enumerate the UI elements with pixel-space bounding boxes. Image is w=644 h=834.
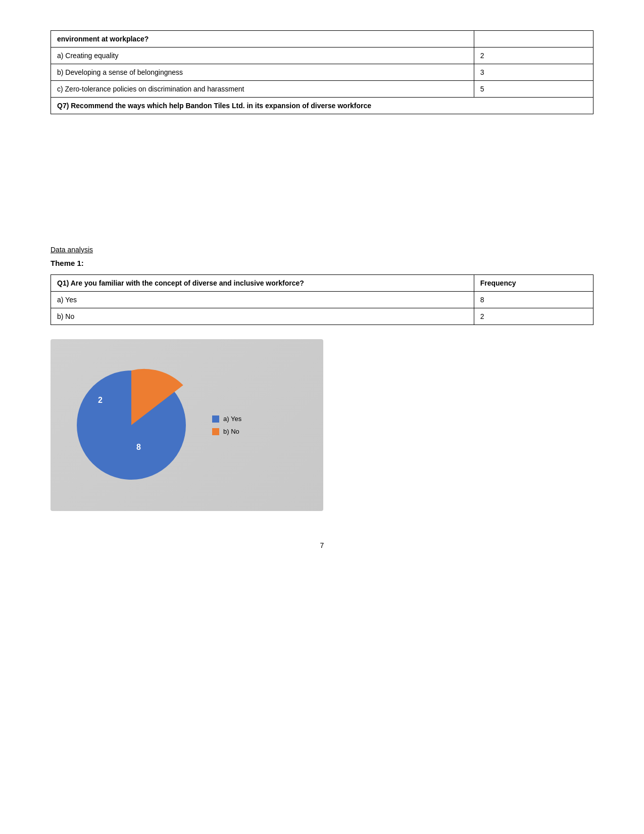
q1-header-freq: Frequency	[474, 275, 593, 292]
theme-label: Theme 1:	[51, 259, 593, 267]
q1-no-freq: 2	[474, 308, 593, 325]
q1-row-yes: a) Yes 8	[51, 292, 593, 308]
freq-cell: 2	[474, 48, 593, 64]
data-analysis-section: Data analysis Theme 1: Q1) Are you famil…	[51, 246, 593, 511]
top-table: environment at workplace? a) Creating eq…	[51, 30, 593, 114]
pie-label-yes: 8	[136, 443, 141, 452]
q1-table: Q1) Are you familiar with the concept of…	[51, 274, 593, 325]
table-row-q7: Q7) Recommend the ways which help Bandon…	[51, 98, 593, 114]
legend-label-yes: a) Yes	[223, 415, 241, 423]
pie-chart-container: 2 8 a) Yes b) No	[51, 339, 323, 511]
q1-header-question: Q1) Are you familiar with the concept of…	[51, 275, 474, 292]
legend-color-no	[212, 428, 219, 435]
page-number: 7	[51, 541, 593, 549]
question-cell: b) Developing a sense of belongingness	[51, 64, 474, 81]
freq-cell: 3	[474, 64, 593, 81]
pie-wrapper: 2 8	[71, 364, 192, 486]
freq-cell	[474, 31, 593, 48]
legend-label-no: b) No	[223, 428, 239, 435]
q1-header-row: Q1) Are you familiar with the concept of…	[51, 275, 593, 292]
legend-color-yes	[212, 415, 219, 423]
chart-legend: a) Yes b) No	[212, 415, 241, 435]
question-cell: environment at workplace?	[51, 31, 474, 48]
q1-yes-freq: 8	[474, 292, 593, 308]
q1-no-label: b) No	[51, 308, 474, 325]
question-cell: a) Creating equality	[51, 48, 474, 64]
table-row-c: c) Zero-tolerance policies on discrimina…	[51, 81, 593, 98]
table-row-b: b) Developing a sense of belongingness 3	[51, 64, 593, 81]
pie-label-no: 2	[98, 396, 103, 405]
pie-chart-svg	[71, 364, 192, 486]
legend-item-yes: a) Yes	[212, 415, 241, 423]
q7-cell: Q7) Recommend the ways which help Bandon…	[51, 98, 593, 114]
freq-cell: 5	[474, 81, 593, 98]
q1-row-no: b) No 2	[51, 308, 593, 325]
table-row-header: environment at workplace?	[51, 31, 593, 48]
data-analysis-label: Data analysis	[51, 246, 593, 254]
question-cell: c) Zero-tolerance policies on discrimina…	[51, 81, 474, 98]
table-row-a: a) Creating equality 2	[51, 48, 593, 64]
legend-item-no: b) No	[212, 428, 241, 435]
q1-yes-label: a) Yes	[51, 292, 474, 308]
